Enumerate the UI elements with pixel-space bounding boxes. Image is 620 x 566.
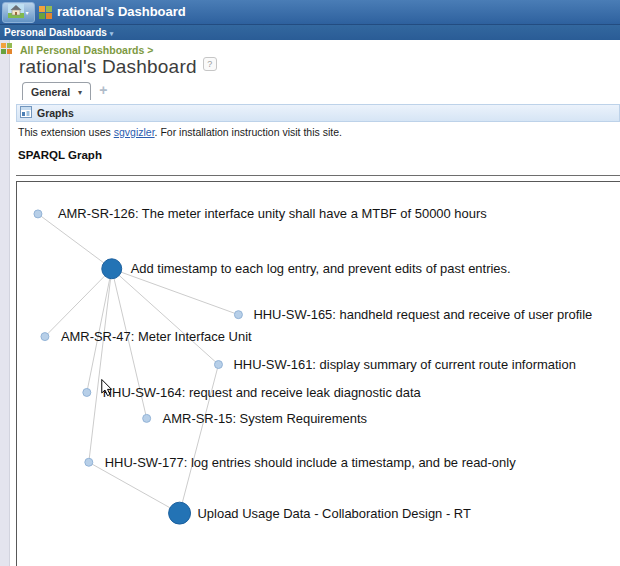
graph-node-label-n177: HHU-SW-177: log entries should include a…	[105, 455, 516, 470]
dashboard-tab-bar: General ▾ +	[22, 81, 107, 100]
divider-line	[16, 175, 620, 176]
collapsed-sidebar-rail[interactable]	[0, 40, 10, 566]
graph-node-n15[interactable]	[143, 414, 151, 422]
sparql-graph-panel: AMR-SR-126: The meter interface unity sh…	[16, 181, 620, 566]
graphs-widget-icon	[20, 104, 32, 122]
graph-node-label-n126: AMR-SR-126: The meter interface unity sh…	[58, 206, 487, 221]
graph-node-n47[interactable]	[41, 333, 49, 341]
chevron-down-icon: ▾	[110, 30, 114, 37]
app-banner: ▾ rational's Dashboard	[0, 0, 620, 25]
graph-edge	[45, 269, 112, 337]
help-icon[interactable]: ?	[203, 57, 217, 71]
description-suffix: . For installation instruction visit thi…	[155, 126, 342, 138]
graph-node-n126[interactable]	[34, 210, 42, 218]
sgvgizler-link[interactable]: sgvgizler	[114, 126, 155, 138]
home-icon	[8, 4, 24, 22]
extension-description: This extension uses sgvgizler. For insta…	[18, 126, 342, 138]
tab-dropdown-caret-icon[interactable]: ▾	[78, 88, 82, 97]
graph-node-n177[interactable]	[85, 458, 93, 466]
graph-node-label-n165: HHU-SW-165: handheld request and receive…	[253, 307, 592, 322]
sparql-graph-svg: AMR-SR-126: The meter interface unity sh…	[17, 182, 620, 566]
graph-node-label-hub-log: Add timestamp to each log entry, and pre…	[131, 261, 511, 276]
graph-node-label-hub-upload: Upload Usage Data - Collaboration Design…	[198, 506, 471, 521]
sparql-graph-heading: SPARQL Graph	[18, 149, 102, 161]
tab-general-label: General	[31, 86, 70, 98]
graphs-widget-title: Graphs	[37, 107, 74, 119]
graph-edge	[112, 269, 219, 365]
tab-general[interactable]: General ▾	[22, 82, 91, 100]
graph-node-hub-log[interactable]	[102, 259, 122, 279]
dashboards-grid-icon	[1, 43, 12, 54]
home-caret-icon: ▾	[25, 10, 28, 16]
graph-node-label-n15: AMR-SR-15: System Requirements	[163, 411, 368, 426]
graph-node-n161[interactable]	[214, 361, 222, 369]
menubar: Personal Dashboards▾	[0, 25, 620, 40]
graph-node-n165[interactable]	[234, 311, 242, 319]
page-title: rational's Dashboard	[19, 56, 197, 78]
graph-node-hub-upload[interactable]	[169, 502, 191, 524]
breadcrumb[interactable]: All Personal Dashboards >	[20, 44, 153, 56]
graph-node-label-n164: HHU-SW-164: request and receive leak dia…	[103, 385, 422, 400]
menu-personal-dashboards[interactable]: Personal Dashboards▾	[4, 27, 113, 38]
graph-node-label-n161: HHU-SW-161: display summary of current r…	[233, 357, 575, 372]
add-tab-button[interactable]: +	[99, 83, 107, 97]
graph-edge	[89, 462, 180, 513]
description-prefix: This extension uses	[18, 126, 114, 138]
graphs-widget-header[interactable]: Graphs	[16, 104, 620, 122]
jazz-logo-icon	[39, 6, 52, 19]
banner-title: rational's Dashboard	[57, 0, 186, 24]
home-button[interactable]: ▾	[2, 2, 35, 23]
graph-node-label-n47: AMR-SR-47: Meter Interface Unit	[61, 329, 252, 344]
graph-edge	[38, 214, 112, 269]
graph-node-n164[interactable]	[83, 388, 91, 396]
